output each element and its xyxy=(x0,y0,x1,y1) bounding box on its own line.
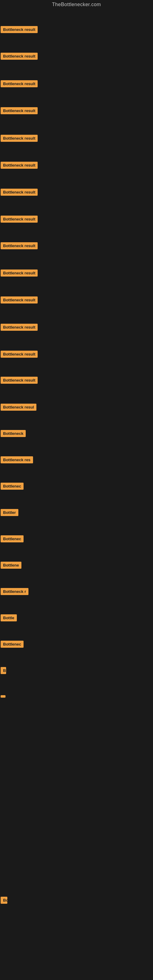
result-row: B xyxy=(1,667,6,675)
result-row: Bottleneck xyxy=(1,430,26,438)
result-row: Bottleneck result xyxy=(1,296,38,305)
result-row: Bottleneck result xyxy=(1,189,38,197)
result-row: Bottleneck resul xyxy=(1,404,37,412)
result-row: Bottleneck result xyxy=(1,107,38,115)
bottleneck-badge[interactable]: Bottlenec xyxy=(1,483,24,490)
result-row: Bottleneck result xyxy=(1,26,38,34)
bottleneck-badge[interactable]: Bottleneck result xyxy=(1,80,38,87)
result-row: Bottlenec xyxy=(1,535,24,544)
bottleneck-badge[interactable]: Bottleneck result xyxy=(1,296,38,304)
site-title-container: TheBottlenecker.com xyxy=(0,0,153,9)
bottleneck-badge[interactable]: Bottleneck result xyxy=(1,135,38,142)
result-row: Bottleneck result xyxy=(1,242,38,250)
bottleneck-badge[interactable] xyxy=(1,695,5,698)
result-row: Bottleneck r xyxy=(1,588,29,596)
result-row: Bottlene xyxy=(1,562,21,570)
bottleneck-badge[interactable]: Bottleneck result xyxy=(1,216,38,223)
result-row: Bottleneck result xyxy=(1,162,38,170)
result-row: Bottleneck result xyxy=(1,324,38,332)
bottleneck-badge[interactable]: Bottler xyxy=(1,509,18,516)
bottleneck-badge[interactable]: Bottleneck xyxy=(1,430,26,437)
result-row: Bottleneck result xyxy=(1,269,38,278)
bottleneck-badge[interactable]: Bottlenec xyxy=(1,535,24,542)
result-row: Bo xyxy=(1,897,7,905)
bottleneck-badge[interactable]: Bottleneck result xyxy=(1,351,38,358)
bottleneck-badge[interactable]: Bottleneck res xyxy=(1,456,33,463)
bottleneck-badge[interactable]: Bottleneck result xyxy=(1,162,38,169)
result-row: Bottleneck result xyxy=(1,52,38,61)
bottleneck-badge[interactable]: Bottleneck result xyxy=(1,26,38,33)
result-row: Bottler xyxy=(1,509,18,517)
results-container: Bottleneck resultBottleneck resultBottle… xyxy=(0,9,153,980)
result-row: Bottlenec xyxy=(1,483,24,491)
result-row: Bottleneck result xyxy=(1,216,38,224)
bottleneck-badge[interactable]: Bottleneck result xyxy=(1,189,38,196)
bottleneck-badge[interactable]: Bottleneck result xyxy=(1,377,38,384)
bottleneck-badge[interactable]: Bottleneck resul xyxy=(1,404,37,411)
result-row: Bottleneck result xyxy=(1,377,38,385)
result-row: Bottleneck res xyxy=(1,456,33,465)
bottleneck-badge[interactable]: Bottleneck result xyxy=(1,324,38,331)
bottleneck-badge[interactable]: Bottleneck r xyxy=(1,588,29,595)
result-row: Bottleneck result xyxy=(1,135,38,143)
bottleneck-badge[interactable]: Bottleneck result xyxy=(1,107,38,114)
bottleneck-badge[interactable]: Bottle xyxy=(1,614,17,621)
bottleneck-badge[interactable]: Bottleneck result xyxy=(1,269,38,277)
bottleneck-badge[interactable]: Bo xyxy=(1,897,7,904)
result-row: Bottleneck result xyxy=(1,80,38,89)
result-row xyxy=(1,694,5,699)
site-title: TheBottlenecker.com xyxy=(52,0,101,10)
bottleneck-badge[interactable]: B xyxy=(1,667,6,674)
bottleneck-badge[interactable]: Bottlenec xyxy=(1,641,24,648)
bottleneck-badge[interactable]: Bottleneck result xyxy=(1,52,38,60)
result-row: Bottleneck result xyxy=(1,351,38,359)
bottleneck-badge[interactable]: Bottleneck result xyxy=(1,242,38,249)
result-row: Bottlenec xyxy=(1,641,24,649)
result-row: Bottle xyxy=(1,614,17,623)
bottleneck-badge[interactable]: Bottlene xyxy=(1,562,21,569)
